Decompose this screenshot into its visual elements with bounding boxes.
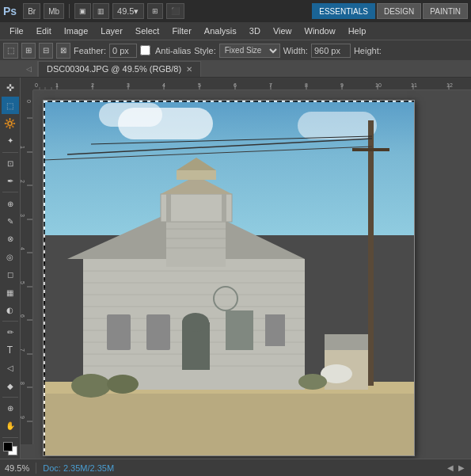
scroll-controls: ◀ ▶: [446, 463, 466, 472]
arrange-btn[interactable]: ⊞: [147, 3, 163, 19]
svg-rect-81: [352, 148, 389, 151]
menu-image[interactable]: Image: [58, 22, 95, 40]
menu-select[interactable]: Select: [129, 22, 166, 40]
screen-mode-btn[interactable]: ⬛: [166, 3, 184, 19]
crop-tool-btn[interactable]: ⊡: [2, 155, 19, 172]
svg-line-83: [91, 136, 372, 144]
svg-text:6: 6: [234, 82, 237, 88]
pen-tool-btn[interactable]: ✏: [2, 324, 19, 341]
scroll-right-arrow[interactable]: ▶: [457, 463, 466, 472]
marquee-tool-btn[interactable]: ⬚: [2, 97, 19, 113]
svg-rect-63: [166, 219, 226, 267]
svg-rect-75: [226, 310, 253, 350]
menu-bar: File Edit Image Layer Select Filter Anal…: [0, 22, 471, 40]
fg-bg-colors[interactable]: [2, 440, 19, 457]
tab-scroll-left[interactable]: ◁: [21, 61, 38, 77]
mini-bridge-btn[interactable]: Mb: [44, 3, 64, 19]
svg-text:9: 9: [340, 82, 344, 88]
tool-sep-1: [2, 152, 18, 153]
gradient-btn[interactable]: ▦: [2, 284, 19, 300]
canvas-wrapper: [36, 93, 471, 444]
zoom-display: 49.5 ▾: [112, 3, 144, 19]
svg-rect-73: [107, 314, 131, 350]
left-toolbar: ✜ ⬚ 🔆 ✦ ⊡ ✒ ⊕ ✎ ⊗ ◎ ◻ ▦ ◐ ✏ T ◁ ◆ ⊕ ✋: [0, 78, 21, 459]
heal-brush-btn[interactable]: ⊕: [2, 195, 19, 211]
svg-line-82: [67, 139, 372, 154]
svg-text:0: 0: [26, 100, 32, 103]
svg-text:8: 8: [305, 82, 308, 88]
tab-close-btn[interactable]: ✕: [186, 65, 192, 74]
menu-filter[interactable]: Filter: [165, 22, 197, 40]
eraser-btn[interactable]: ◻: [2, 266, 19, 283]
feather-input[interactable]: [109, 44, 137, 58]
menu-window[interactable]: Window: [298, 22, 342, 40]
ws-design[interactable]: DESIGN: [377, 3, 421, 19]
svg-text:11: 11: [411, 82, 417, 88]
menu-file[interactable]: File: [3, 22, 30, 40]
svg-text:5: 5: [21, 281, 25, 284]
svg-point-78: [182, 313, 209, 332]
svg-rect-71: [177, 170, 216, 180]
menu-analysis[interactable]: Analysis: [198, 22, 243, 40]
magic-wand-btn[interactable]: ✦: [2, 132, 19, 149]
path-select-btn[interactable]: ◁: [2, 360, 19, 376]
svg-text:10: 10: [375, 82, 382, 88]
svg-text:1: 1: [55, 82, 59, 88]
bridge-btn[interactable]: Br: [23, 3, 40, 19]
menu-layer[interactable]: Layer: [94, 22, 129, 40]
ruler-corner: [21, 78, 33, 90]
eyedropper-btn[interactable]: ✒: [2, 173, 19, 189]
style-dropdown[interactable]: Fixed Size Normal Fixed Ratio: [219, 44, 280, 58]
antialias-checkbox[interactable]: [140, 45, 150, 55]
doc-tab[interactable]: DSC00304.JPG @ 49.5% (RGB/8) ✕: [38, 61, 201, 77]
image-canvas[interactable]: [43, 100, 415, 456]
ws-essentials[interactable]: ESSENTIALS: [312, 3, 375, 19]
svg-text:0: 0: [35, 82, 38, 88]
add-selection-btn[interactable]: ⊞: [21, 43, 36, 59]
tab-filename: DSC00304.JPG @ 49.5% (RGB/8): [47, 64, 181, 74]
svg-text:3: 3: [127, 82, 130, 88]
dodge-btn[interactable]: ◐: [2, 302, 19, 318]
width-input[interactable]: [311, 44, 351, 58]
canvas-area[interactable]: 0 1 2 3 4 5 6 7 8 9 10: [21, 78, 471, 459]
lasso-tool-btn[interactable]: 🔆: [2, 115, 19, 131]
main-area: ✜ ⬚ 🔆 ✦ ⊡ ✒ ⊕ ✎ ⊗ ◎ ◻ ▦ ◐ ✏ T ◁ ◆ ⊕ ✋: [0, 78, 471, 459]
tool-sep-2: [2, 192, 18, 192]
ruler-horizontal: 0 1 2 3 4 5 6 7 8 9 10: [33, 78, 471, 90]
ruler-h-svg: 0 1 2 3 4 5 6 7 8 9 10: [33, 78, 471, 90]
mode-btn-2[interactable]: ▥: [93, 3, 109, 19]
ws-painting[interactable]: PAINTIN: [423, 3, 468, 19]
shape-tool-btn[interactable]: ◆: [2, 377, 19, 394]
mode-btn-1[interactable]: ▣: [74, 3, 91, 19]
brush-btn[interactable]: ✎: [2, 213, 19, 230]
antialias-label: Anti-alias: [155, 46, 191, 55]
scroll-left-arrow[interactable]: ◀: [446, 463, 455, 472]
svg-text:12: 12: [446, 82, 453, 88]
svg-text:4: 4: [162, 82, 165, 88]
doc-info-container: Doc: 2.35M/2.35M: [43, 463, 114, 473]
ruler-v-svg: 0 1 2 3 4 5 6 7 8 9 10: [21, 90, 33, 444]
svg-text:6: 6: [21, 314, 25, 318]
svg-text:4: 4: [21, 247, 25, 250]
style-label: Style:: [194, 46, 216, 55]
type-tool-btn[interactable]: T: [2, 342, 19, 359]
menu-help[interactable]: Help: [342, 22, 373, 40]
top-bar: Ps Br Mb ▣ ▥ 49.5 ▾ ⊞ ⬛ ESSENTIALS DESIG…: [0, 0, 471, 22]
new-selection-btn[interactable]: ⬚: [3, 43, 18, 59]
clone-stamp-btn[interactable]: ⊗: [2, 230, 19, 247]
svg-rect-69: [222, 194, 226, 222]
subtract-selection-btn[interactable]: ⊟: [39, 43, 53, 59]
history-brush-btn[interactable]: ◎: [2, 249, 19, 265]
workspace-switcher: ESSENTIALS DESIGN PAINTIN: [312, 3, 468, 19]
svg-text:5: 5: [198, 82, 201, 88]
tool-sep-3: [2, 321, 18, 322]
move-tool-btn[interactable]: ✜: [2, 79, 19, 96]
menu-3d[interactable]: 3D: [243, 22, 267, 40]
hand-tool-btn[interactable]: ✋: [2, 417, 19, 434]
intersect-selection-btn[interactable]: ⊠: [56, 43, 70, 59]
zoom-tool-btn[interactable]: ⊕: [2, 400, 19, 417]
svg-text:3: 3: [21, 214, 25, 217]
svg-text:1: 1: [21, 146, 25, 149]
menu-view[interactable]: View: [267, 22, 298, 40]
menu-edit[interactable]: Edit: [30, 22, 58, 40]
